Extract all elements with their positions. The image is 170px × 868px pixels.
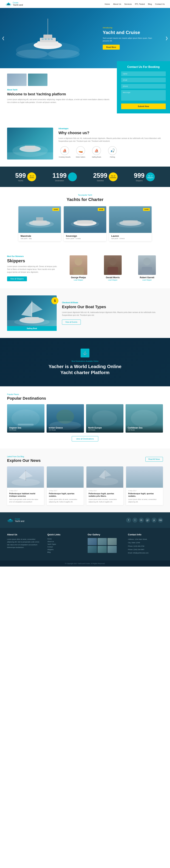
hero-prev-arrow[interactable]: ❮ [2, 36, 5, 40]
destinations-sub: Popular Places [7, 394, 46, 395]
dest-card-1[interactable]: Ionian Greece 319 Boats [46, 404, 84, 433]
skipper-card-2: Robert Garrett Lead Skipper [131, 255, 163, 281]
boat-type-number-badge: $ [52, 297, 59, 304]
social-facebook[interactable]: f [126, 518, 131, 523]
news-card-1[interactable]: 4 May 2017 Pellentesque fugiit, quortas … [47, 466, 83, 505]
view-events-button[interactable]: View all Events [62, 319, 81, 325]
gallery-thumb-3[interactable] [88, 546, 97, 553]
stat-dest-number: 1199 [53, 172, 67, 179]
news-card-2[interactable]: 4 May 2017 Pellentesque fugiit, quortas … [87, 466, 123, 505]
cruising-vessels-icon: ⛵ [60, 146, 69, 155]
svg-marker-59 [26, 471, 33, 478]
svg-rect-24 [36, 217, 43, 221]
gallery-thumb-2[interactable] [107, 538, 117, 545]
nav-rtl[interactable]: RTL Tested [135, 3, 145, 5]
yacht-card-1[interactable]: SAVE Sovereign Motor yacht · Croatia [64, 206, 106, 241]
skipper-image-2 [138, 255, 156, 275]
stat-yachts-circle: No. ofYachts [27, 173, 36, 181]
footer-link-5[interactable]: Blog [47, 551, 82, 553]
boat-svg [14, 11, 81, 61]
stat-yachts-number: 599 [15, 172, 26, 179]
footer-gallery-col: Our Gallery [88, 533, 123, 555]
footer-logo-yacht: Yacht and [15, 520, 24, 522]
svg-rect-34 [107, 267, 118, 275]
about-label: About Yacht [7, 89, 111, 91]
footer-columns: About Us Lorem ipsum dolor sit amet, con… [0, 528, 170, 560]
platform-sub: Best Destinations Available Online [7, 360, 163, 362]
read-all-news-button[interactable]: Read All News [145, 457, 163, 462]
social-rss[interactable]: rss [158, 518, 163, 523]
gallery-thumb-4[interactable] [98, 546, 107, 553]
social-googleplus[interactable]: g+ [145, 518, 150, 523]
svg-marker-43 [21, 302, 32, 317]
dest-card-0[interactable]: Aegean Sea 204 Boats [7, 404, 44, 433]
hero-cta-button[interactable]: Read More [103, 45, 120, 50]
svg-point-5 [48, 50, 80, 59]
footer-links-title: Quick Links [47, 533, 82, 536]
footer-link-4[interactable]: Skippers [47, 549, 82, 551]
cruising-label: Cruising Vessels [59, 156, 71, 158]
gallery-thumb-1[interactable] [98, 538, 107, 545]
stat-skippers: 999 Skippers No. ofSkippers [134, 172, 155, 182]
stat-satisfied-label: Satisfied [93, 180, 107, 182]
hero-next-arrow[interactable]: ❯ [165, 36, 168, 40]
fishing-label: Fishing [106, 156, 118, 158]
dest-card-3[interactable]: Caribbean Sea 110 Boats [126, 404, 163, 433]
news-content-0: 4 May 2017 Pellentesque habitant morbi t… [7, 488, 44, 505]
view-all-skippers-button[interactable]: View all Skippers [7, 276, 27, 281]
gallery-thumb-5[interactable] [107, 546, 117, 553]
nav-contact[interactable]: Contact Us [155, 3, 165, 5]
social-twitter[interactable]: t [132, 518, 137, 523]
footer-gallery-title: Our Gallery [88, 533, 123, 536]
yacht-badge-2: SAVE [143, 208, 150, 211]
logo[interactable]: Cruise Yacht and [5, 1, 23, 6]
social-pinterest[interactable]: p [151, 518, 157, 523]
footer-contact-title: Contact Info [128, 533, 163, 536]
stat-dest-circle [68, 173, 77, 181]
hero-content: Introducing Yacht and Cruise Sed suscipi… [103, 27, 156, 50]
svg-rect-36 [142, 267, 152, 275]
footer-link-1[interactable]: About Us [47, 541, 82, 542]
stat-satisfied-circle: No. ofSatisfied [109, 173, 117, 181]
news-card-0[interactable]: 4 May 2017 Pellentesque habitant morbi t… [7, 466, 44, 505]
about-title: Welcome to best Yachting platform [7, 92, 111, 96]
gallery-thumb-0[interactable] [88, 538, 97, 545]
stats-bar: 599 Yachts No. ofYachts 1199 Destination… [0, 166, 170, 187]
destination-cards: Aegean Sea 204 Boats Ionian Greece 319 B… [7, 404, 163, 433]
news-article-title-2: Pellentesque fugiit, quortas sodales prt… [89, 492, 121, 497]
nav-about[interactable]: About Us [113, 3, 121, 5]
skippers-section: Meet Our Skimmers Skippers Lorem ipsum c… [0, 248, 170, 288]
svg-point-35 [143, 258, 151, 266]
social-linkedin[interactable]: in [139, 518, 144, 523]
advantages-label: Advantages [59, 128, 163, 129]
skipper-name-2: Robert Garrett [131, 276, 163, 279]
news-card-3[interactable]: 4 May 2017 Pellentesque fugiit, quortas … [126, 466, 163, 505]
svg-point-52 [92, 410, 117, 426]
view-all-destinations-button[interactable]: view all Destinations [72, 436, 98, 441]
contact-name-input[interactable] [121, 71, 166, 76]
footer-contact-line-3: Phone: (234) 234-0987 [128, 548, 163, 551]
nav-home[interactable]: Home [105, 3, 110, 5]
contact-message-input[interactable] [121, 90, 166, 101]
footer-link-3[interactable]: Contact [47, 546, 82, 548]
news-section: Latest From Our Blog Explore Our News Re… [0, 448, 170, 513]
dest-name-3: Caribbean Sea [128, 427, 161, 429]
dest-card-2[interactable]: North Europe 244 Boats [86, 404, 124, 433]
why-icon-fishing: 🎣 Fishing [106, 146, 118, 158]
dest-routes-2: 244 Boats [88, 429, 121, 431]
footer-contact-line-2: Phone: (123) 456-2790 [128, 545, 163, 548]
contact-email-input[interactable] [121, 78, 166, 83]
svg-rect-14 [50, 38, 53, 40]
nav-services[interactable]: Services [124, 3, 132, 5]
news-svg-0 [7, 466, 44, 488]
contact-submit-button[interactable]: Submit Now [121, 103, 166, 109]
contact-phone-input[interactable] [121, 84, 166, 89]
platform-title: Yacher is a World Leading Online Yacht c… [7, 364, 163, 376]
svg-rect-30 [123, 220, 138, 223]
footer-link-0[interactable]: Home [47, 538, 82, 540]
yacht-card-0[interactable]: SAVE Maestrale Sail yacht · Italy [19, 206, 61, 241]
yacht-card-2[interactable]: SAVE Lauren Sail yacht · Greece [109, 206, 151, 241]
sailing-label: Sailing Boats [90, 156, 103, 158]
footer-link-2[interactable]: Yacht Types [47, 543, 82, 545]
nav-blog[interactable]: Blog [148, 3, 152, 5]
